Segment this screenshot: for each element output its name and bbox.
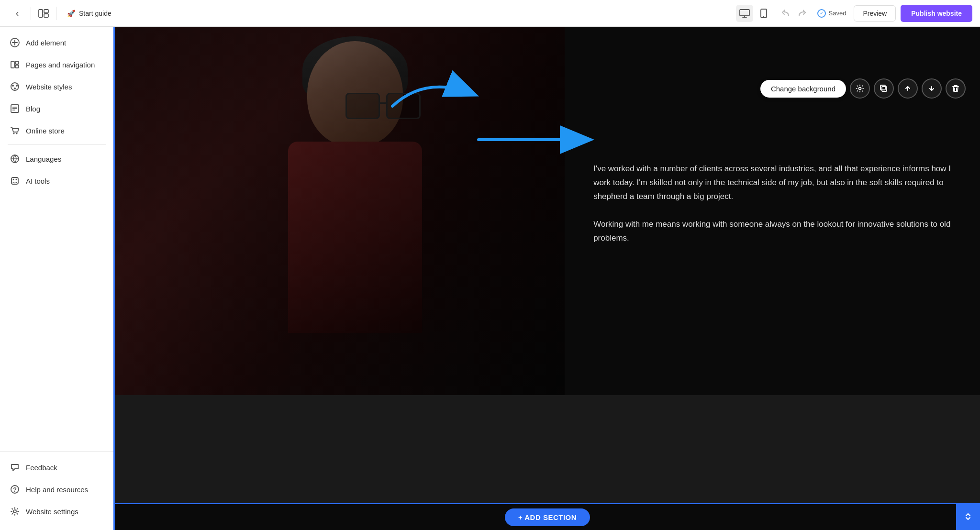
svg-point-31 xyxy=(859,88,861,90)
sidebar-label-blog: Blog xyxy=(26,105,40,113)
ai-tools-icon xyxy=(10,176,20,186)
undo-button[interactable] xyxy=(778,6,793,21)
sidebar-item-website-styles[interactable]: Website styles xyxy=(0,76,113,98)
start-guide-label: Start guide xyxy=(79,10,111,17)
delete-icon xyxy=(951,84,960,93)
section-image xyxy=(115,27,565,395)
svg-point-7 xyxy=(763,16,764,17)
scroll-handle[interactable] xyxy=(956,503,980,530)
website-settings-icon xyxy=(10,506,20,517)
start-guide-button[interactable]: 🚀 Start guide xyxy=(60,7,118,20)
svg-rect-32 xyxy=(882,87,887,91)
move-up-icon xyxy=(903,84,912,93)
feedback-icon xyxy=(10,462,20,473)
main-layout: Add element Pages and navigation Website… xyxy=(0,27,980,530)
sidebar-item-blog[interactable]: Blog xyxy=(0,98,113,120)
sidebar-label-website-settings: Website settings xyxy=(26,508,78,516)
scroll-icon xyxy=(963,511,973,522)
section-duplicate-button[interactable] xyxy=(874,78,894,99)
desktop-device-button[interactable] xyxy=(736,5,753,22)
pages-navigation-icon xyxy=(10,59,20,70)
move-down-icon xyxy=(927,84,936,93)
sidebar-label-online-store: Online store xyxy=(26,127,65,135)
section-paragraph-1: I've worked with a number of clients acr… xyxy=(593,162,961,204)
duplicate-icon xyxy=(880,84,888,93)
sidebar-item-add-element[interactable]: Add element xyxy=(0,32,113,54)
panel-toggle-button[interactable] xyxy=(35,5,52,22)
sidebar-bottom: Feedback ? Help and resources Website se… xyxy=(0,451,113,530)
panel-icon xyxy=(38,9,49,18)
add-section-button[interactable]: + ADD SECTION xyxy=(505,508,590,526)
back-icon: ‹ xyxy=(16,8,19,19)
saved-indicator: ✓ Saved xyxy=(817,9,846,18)
section-delete-button[interactable] xyxy=(946,78,966,99)
svg-rect-13 xyxy=(15,65,19,68)
sidebar-item-help-resources[interactable]: ? Help and resources xyxy=(0,478,113,500)
canvas-section-toolbar: Change background xyxy=(760,78,966,99)
help-resources-icon: ? xyxy=(10,484,20,495)
saved-check-icon: ✓ xyxy=(817,9,826,18)
svg-point-26 xyxy=(13,179,14,180)
redo-button[interactable] xyxy=(794,6,810,21)
person-photo xyxy=(115,27,565,395)
sidebar-separator-1 xyxy=(8,144,106,145)
mobile-device-button[interactable] xyxy=(755,5,772,22)
sidebar-item-feedback[interactable]: Feedback xyxy=(0,456,113,478)
mobile-icon xyxy=(760,9,767,18)
redo-icon xyxy=(798,10,806,17)
sidebar-label-pages-navigation: Pages and navigation xyxy=(26,61,95,69)
svg-text:?: ? xyxy=(13,486,17,493)
svg-rect-0 xyxy=(39,10,43,17)
saved-label: Saved xyxy=(829,10,846,17)
svg-point-30 xyxy=(13,510,16,513)
online-store-icon xyxy=(10,125,20,136)
rocket-icon: 🚀 xyxy=(67,10,75,17)
svg-rect-11 xyxy=(11,61,14,68)
svg-point-23 xyxy=(16,133,18,134)
svg-point-15 xyxy=(12,85,14,87)
languages-icon xyxy=(10,154,20,164)
section-move-up-button[interactable] xyxy=(898,78,918,99)
desktop-icon xyxy=(739,9,750,18)
sidebar-label-feedback: Feedback xyxy=(26,464,57,472)
add-section-label: + ADD SECTION xyxy=(518,513,577,521)
sidebar: Add element Pages and navigation Website… xyxy=(0,27,115,530)
canvas-area: I've worked with a number of clients acr… xyxy=(115,27,980,530)
sidebar-label-languages: Languages xyxy=(26,155,61,163)
publish-button[interactable]: Publish website xyxy=(901,5,972,22)
svg-rect-1 xyxy=(44,10,48,13)
change-background-button[interactable]: Change background xyxy=(760,80,846,98)
section-settings-button[interactable] xyxy=(850,78,870,99)
sidebar-item-pages-navigation[interactable]: Pages and navigation xyxy=(0,54,113,76)
svg-rect-3 xyxy=(740,10,749,16)
toolbar-divider-2 xyxy=(56,7,56,20)
section-move-down-button[interactable] xyxy=(922,78,942,99)
sidebar-label-ai-tools: AI tools xyxy=(26,177,50,185)
sidebar-label-add-element: Add element xyxy=(26,39,66,47)
sidebar-item-languages[interactable]: Languages xyxy=(0,148,113,170)
main-toolbar: ‹ 🚀 Start guide xyxy=(0,0,980,27)
section-paragraph-2: Working with me means working with someo… xyxy=(593,218,961,245)
add-section-bar: + ADD SECTION xyxy=(115,503,980,530)
svg-rect-12 xyxy=(15,61,19,64)
svg-point-16 xyxy=(16,85,18,87)
add-element-icon xyxy=(10,37,20,48)
svg-point-27 xyxy=(16,179,17,180)
sidebar-item-ai-tools[interactable]: AI tools xyxy=(0,170,113,192)
sidebar-label-website-styles: Website styles xyxy=(26,83,72,91)
settings-icon xyxy=(856,84,864,93)
image-overlay xyxy=(115,27,565,395)
svg-point-22 xyxy=(13,133,15,134)
back-button[interactable]: ‹ xyxy=(8,4,27,23)
sidebar-item-online-store[interactable]: Online store xyxy=(0,120,113,142)
undo-icon xyxy=(781,10,790,17)
website-styles-icon xyxy=(10,81,20,92)
blog-icon xyxy=(10,103,20,114)
sidebar-label-help-resources: Help and resources xyxy=(26,486,88,494)
history-controls xyxy=(778,6,810,21)
sidebar-item-website-settings[interactable]: Website settings xyxy=(0,500,113,522)
svg-rect-2 xyxy=(44,14,48,17)
sidebar-menu: Add element Pages and navigation Website… xyxy=(0,27,113,451)
preview-button[interactable]: Preview xyxy=(854,5,896,22)
device-group xyxy=(736,5,772,22)
